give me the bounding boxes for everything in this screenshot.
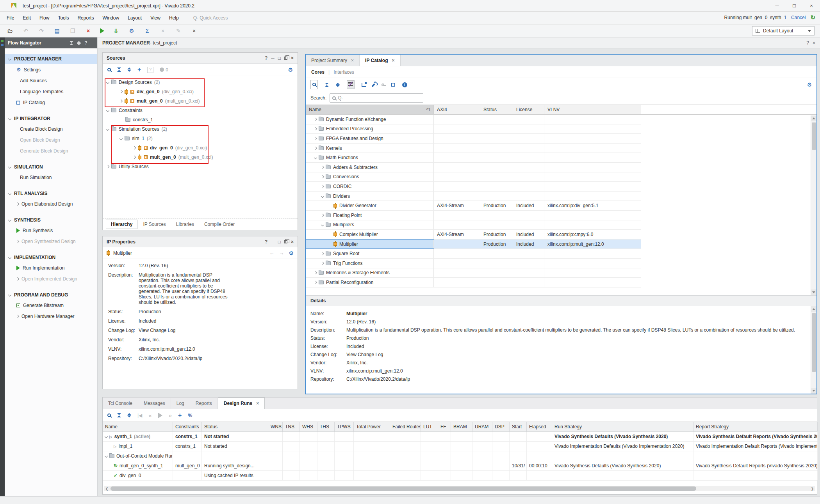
chevron-down-icon[interactable] xyxy=(106,109,109,112)
scrollbar-thumb[interactable] xyxy=(111,486,696,491)
chevron-right-icon[interactable] xyxy=(321,213,324,217)
scroll-left-icon[interactable]: ❮ xyxy=(104,486,109,491)
chevron-right-icon[interactable] xyxy=(321,252,324,255)
section-project-manager[interactable]: PROJECT MANAGER xyxy=(5,54,97,64)
close-panel-icon[interactable]: × xyxy=(291,55,294,61)
tree-row-Utility Sources[interactable]: Utility Sources xyxy=(103,162,298,171)
runs-column-whs[interactable]: WHS xyxy=(300,422,317,431)
catalog-row-dividers[interactable]: Dividers xyxy=(306,192,641,201)
help-icon[interactable]: ? xyxy=(806,40,809,46)
catalog-row-multipliers[interactable]: Multipliers xyxy=(306,220,641,230)
flownav-item-generate-bitstream[interactable]: Generate Bitstream xyxy=(5,300,97,311)
chevron-down-icon[interactable] xyxy=(321,194,324,197)
menu-reports[interactable]: Reports xyxy=(73,14,98,22)
field-value[interactable]: View Change Log xyxy=(139,328,176,333)
runs-column-total-power[interactable]: Total Power xyxy=(354,422,390,431)
maximize-panel-icon[interactable]: □ xyxy=(278,239,281,245)
column-axi4[interactable]: AXI4 xyxy=(434,105,480,114)
layout-selector[interactable]: Default Layout xyxy=(752,26,815,35)
close-tab-icon[interactable]: × xyxy=(351,58,354,63)
minimize-panel-icon[interactable]: ─ xyxy=(91,40,94,46)
catalog-row-kernels[interactable]: Kernels xyxy=(306,144,641,153)
runs-column-uram[interactable]: URAM xyxy=(472,422,492,431)
save-icon[interactable]: ▤ xyxy=(53,28,61,34)
chevron-down-icon[interactable] xyxy=(8,57,11,60)
float-panel-icon[interactable] xyxy=(284,57,287,60)
catalog-vertical-scrollbar[interactable] xyxy=(811,115,816,295)
collapse-all-icon[interactable] xyxy=(325,83,329,87)
chevron-right-icon[interactable] xyxy=(314,271,317,274)
runs-column-lut[interactable]: LUT xyxy=(421,422,438,431)
flownav-item-language-templates[interactable]: Language Templates xyxy=(5,86,97,97)
tab-ip-catalog[interactable]: IP Catalog × xyxy=(360,55,400,66)
catalog-row-divider-generator[interactable]: Divider GeneratorAXI4-StreamProductionIn… xyxy=(306,201,641,211)
catalog-row-adders-subtracters[interactable]: Adders & Subtracters xyxy=(306,163,641,172)
chevron-down-icon[interactable] xyxy=(8,256,11,259)
settings-icon[interactable]: ⚙ xyxy=(128,28,135,34)
bottom-tab-design-runs[interactable]: Design Runs× xyxy=(218,398,265,409)
tree-row-constrs_1[interactable]: constrs_1 xyxy=(103,115,298,124)
horizontal-scrollbar[interactable]: ❮ ❯ xyxy=(104,486,815,491)
abort-icon[interactable]: × xyxy=(190,28,198,34)
close-tab-icon[interactable]: × xyxy=(392,58,395,63)
section-program-and-debug[interactable]: PROGRAM AND DEBUG xyxy=(5,290,97,300)
expand-all-icon[interactable] xyxy=(77,41,81,45)
search-icon[interactable] xyxy=(107,413,111,417)
tree-row-div_gen_0[interactable]: div_gen_0 (div_gen_0.xci) xyxy=(103,87,298,96)
chevron-right-icon[interactable] xyxy=(16,315,19,318)
runs-column-tns[interactable]: TNS xyxy=(283,422,300,431)
chevron-down-icon[interactable] xyxy=(8,192,11,195)
chevron-right-icon[interactable] xyxy=(133,146,136,149)
search-icon[interactable] xyxy=(107,68,111,71)
maximize-panel-icon[interactable]: □ xyxy=(278,55,281,61)
collapse-all-icon[interactable] xyxy=(117,67,121,72)
flownav-item-add-sources[interactable]: Add Sources xyxy=(5,75,97,86)
chevron-right-icon[interactable] xyxy=(314,127,317,130)
tree-row-mult_gen_0[interactable]: mult_gen_0 (mult_gen_0.xci) xyxy=(103,153,298,162)
column-status[interactable]: Status xyxy=(480,105,513,114)
help-icon[interactable]: ? xyxy=(84,40,87,46)
menu-help[interactable]: Help xyxy=(165,14,183,22)
runs-column-tpws[interactable]: TPWS xyxy=(335,422,354,431)
search-icon[interactable] xyxy=(310,80,318,89)
field-value[interactable]: View Change Log xyxy=(346,352,795,357)
tree-row-Constraints[interactable]: Constraints xyxy=(103,106,298,115)
add-sources-icon[interactable]: + xyxy=(137,66,141,73)
catalog-row-fpga-features-and-design[interactable]: FPGA Features and Design xyxy=(306,134,641,144)
minimize-panel-icon[interactable]: ─ xyxy=(271,55,275,61)
catalog-row-floating-point[interactable]: Floating Point xyxy=(306,211,641,220)
help-icon[interactable]: ? xyxy=(265,239,267,245)
chevron-down-icon[interactable] xyxy=(321,223,324,226)
flownav-item-ip-catalog[interactable]: IP Catalog xyxy=(5,97,97,108)
menu-tools[interactable]: Tools xyxy=(53,14,73,22)
info-icon[interactable]: i xyxy=(402,82,407,87)
flownav-item-settings[interactable]: ⚙Settings xyxy=(5,64,97,75)
catalog-row-partial-reconfiguration[interactable]: Partial Reconfiguration xyxy=(306,278,641,287)
bottom-tab-log[interactable]: Log xyxy=(171,398,190,409)
chevron-right-icon[interactable] xyxy=(119,90,123,93)
create-run-icon[interactable]: + xyxy=(178,412,182,419)
tab-project-summary[interactable]: Project Summary × xyxy=(306,55,360,66)
subtab-cores[interactable]: Cores xyxy=(311,69,324,75)
expand-all-icon[interactable] xyxy=(127,413,131,417)
runs-column-name[interactable]: Name xyxy=(103,422,173,431)
percent-icon[interactable]: % xyxy=(188,413,192,418)
chevron-right-icon[interactable] xyxy=(106,165,109,168)
copy-icon[interactable]: ❒ xyxy=(69,28,77,34)
gear-icon[interactable]: ⚙ xyxy=(288,67,293,73)
flownav-item-run-synthesis[interactable]: Run Synthesis xyxy=(5,225,97,236)
chevron-down-icon[interactable] xyxy=(314,156,317,159)
chevron-right-icon[interactable] xyxy=(16,202,19,206)
section-ip-integrator[interactable]: IP INTEGRATOR xyxy=(5,114,97,124)
tree-row-Simulation Sources[interactable]: Simulation Sources (2) xyxy=(103,124,298,134)
maximize-button[interactable]: □ xyxy=(786,0,803,12)
catalog-row-cordic[interactable]: CORDIC xyxy=(306,182,641,192)
sources-tab-compile-order[interactable]: Compile Order xyxy=(200,220,239,229)
runs-column-dsp[interactable]: DSP xyxy=(492,422,510,431)
column-name[interactable]: Name ^1 xyxy=(306,105,434,114)
flownav-item-open-elaborated-design[interactable]: Open Elaborated Design xyxy=(5,199,97,209)
bottom-tab-reports[interactable]: Reports xyxy=(190,398,218,409)
flownav-item-create-block-design[interactable]: Create Block Design xyxy=(5,124,97,135)
chevron-right-icon[interactable] xyxy=(133,156,136,159)
column-license[interactable]: License xyxy=(513,105,544,114)
